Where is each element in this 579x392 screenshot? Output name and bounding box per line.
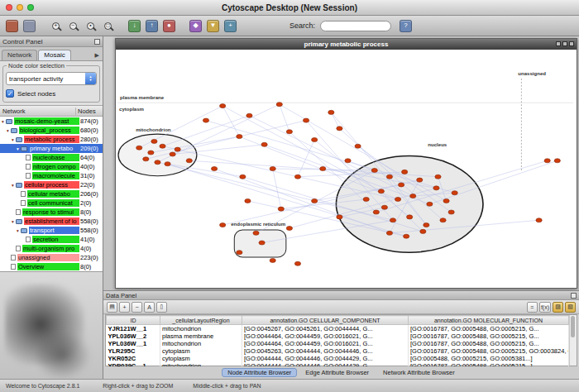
tree-row-multi-organism-pro[interactable]: multi-organism pro4(0) [0, 244, 103, 253]
select-attributes-icon[interactable]: ▤ [107, 302, 117, 313]
network-node[interactable] [220, 104, 226, 108]
filter-icon[interactable]: ▼ [205, 18, 221, 34]
column-header-annotation-go-cellular-component[interactable]: annotation.GO CELLULAR_COMPONENT [242, 316, 409, 325]
network-node[interactable] [386, 231, 392, 235]
network-node[interactable] [186, 159, 192, 163]
tree-row-response-to-stimul[interactable]: response to stimul8(0) [0, 208, 103, 217]
network-node[interactable] [175, 147, 180, 151]
network-node[interactable] [381, 205, 387, 209]
table-cell[interactable]: mitochondrion [160, 325, 242, 333]
delete-attribute-icon[interactable]: − [132, 302, 142, 313]
plugin-manager-icon[interactable]: + [223, 18, 238, 34]
network-node[interactable] [259, 241, 265, 245]
network-node[interactable] [220, 223, 226, 227]
network-node[interactable] [373, 210, 379, 214]
close-view-icon[interactable] [569, 41, 574, 46]
network-node[interactable] [237, 251, 242, 255]
disclosure-triangle-icon[interactable]: ▾ [0, 119, 6, 124]
network-node[interactable] [452, 191, 457, 195]
tree-row-cell-communicat[interactable]: cell communicat2(0) [0, 198, 103, 208]
tab-node-attribute-browser[interactable]: Node Attribute Browser [222, 368, 297, 377]
table-cell[interactable]: YKR052C [107, 355, 160, 362]
table-scrollbar[interactable] [569, 315, 577, 366]
network-canvas[interactable]: plasma membranecytoplasmmitochondrionnuc… [116, 50, 577, 288]
float-panel-icon[interactable] [94, 39, 100, 45]
network-node[interactable] [143, 157, 149, 161]
network-node[interactable] [270, 166, 275, 170]
table-cell[interactable]: YPL036W__1 [107, 340, 160, 347]
table-cell[interactable]: [GO:0016787, GO:0005488, GO:0005215, G..… [409, 325, 569, 333]
vizmapper-icon[interactable]: ◆ [188, 18, 203, 34]
network-node[interactable] [345, 159, 351, 163]
zoom-out-icon[interactable]: − [65, 18, 81, 34]
birdseye-view[interactable] [0, 271, 103, 379]
table-cell[interactable]: YLR295C [107, 347, 160, 355]
column-header-cellularlayoutregion[interactable]: _cellularLayoutRegion [160, 316, 242, 325]
tree-row-macromolecule[interactable]: macromolecule31(0) [0, 171, 103, 180]
tree-row-nitrogen-compo[interactable]: nitrogen compo40(0) [0, 162, 103, 171]
maximize-view-icon[interactable] [562, 41, 567, 46]
network-node[interactable] [286, 226, 292, 230]
column-header-annotation-go-molecular-function[interactable]: annotation.GO MOLECULAR_FUNCTION [409, 316, 569, 325]
network-node[interactable] [253, 231, 259, 235]
network-node[interactable] [371, 168, 377, 172]
table-cell[interactable]: plasma membrane [160, 332, 242, 340]
tab-network-attribute-browser[interactable]: Network Attribute Browser [377, 368, 461, 377]
tree-row-unassigned[interactable]: unassigned223(0) [0, 253, 103, 262]
network-node[interactable] [294, 261, 300, 265]
table-cell[interactable]: [GO:0044444, GO:0044446, GO:0044429, G..… [242, 355, 409, 362]
network-node[interactable] [245, 198, 251, 203]
tree-row-mosaic-demo-yeast[interactable]: ▾mosaic-demo-yeast874(0) [0, 117, 103, 126]
table-cell[interactable]: cytoplasm [160, 347, 242, 355]
table-scrollbar-thumb[interactable] [571, 316, 575, 337]
network-node[interactable] [286, 130, 292, 134]
network-node[interactable] [404, 234, 409, 238]
network-node[interactable] [398, 183, 404, 187]
network-node[interactable] [554, 159, 560, 163]
network-node[interactable] [328, 110, 334, 114]
minimize-window-icon[interactable] [17, 4, 23, 11]
network-node[interactable] [246, 113, 252, 117]
table-row-ylr295c[interactable]: YLR295Ccytoplasm[GO:0045263, GO:0044444,… [107, 347, 569, 355]
tree-row-establishment-of-lo[interactable]: ▾establishment of lo558(0) [0, 217, 103, 226]
disclosure-triangle-icon[interactable]: ▾ [15, 146, 21, 151]
tree-row-overview[interactable]: Overview8(0) [0, 262, 103, 271]
float-data-panel-icon[interactable] [571, 293, 577, 299]
tab-mosaic[interactable]: Mosaic [38, 50, 70, 60]
table-cell[interactable]: [GO:0016787, GO:0005488, GO:0005215, G..… [409, 332, 569, 340]
table-cell[interactable]: YPL036W__2 [107, 332, 160, 340]
table-cell[interactable]: [GO:0044464, GO:0044459, GO:0016021, G..… [242, 332, 409, 340]
network-node[interactable] [312, 198, 318, 203]
network-node[interactable] [363, 197, 369, 201]
tree-row-secretion[interactable]: secretion41(0) [0, 235, 103, 244]
network-node[interactable] [407, 215, 413, 219]
network-graph[interactable]: plasma membranecytoplasmmitochondrionnuc… [116, 50, 577, 288]
column-header-network[interactable]: Network [0, 108, 76, 115]
network-node[interactable] [402, 170, 408, 174]
network-node[interactable] [337, 215, 342, 219]
table-row-ykr052c[interactable]: YKR052Ccytoplasm[GO:0044444, GO:0044446,… [107, 355, 569, 362]
tree-row-cellular-process[interactable]: ▾cellular process22(0) [0, 180, 103, 189]
network-node[interactable] [410, 194, 416, 198]
rename-attribute-icon[interactable]: A [144, 302, 155, 313]
disclosure-triangle-icon[interactable]: ▾ [10, 183, 16, 188]
network-node[interactable] [170, 152, 175, 156]
zoom-selected-icon[interactable]: ▪ [83, 18, 98, 34]
zoom-in-icon[interactable]: + [48, 18, 64, 34]
network-node[interactable] [237, 135, 242, 139]
search-input[interactable] [320, 21, 391, 31]
table-cell[interactable]: [GO:0016787, GO:0005488, GO:0005215, G..… [409, 340, 569, 347]
table-cell[interactable]: [GO:0044464, GO:0044459, GO:0016021, G..… [242, 340, 409, 347]
delete-row-icon[interactable]: ▯ [156, 302, 167, 313]
disclosure-triangle-icon[interactable]: ▾ [10, 219, 16, 224]
select-nodes-checkbox[interactable]: ✓ [6, 89, 14, 98]
network-node[interactable] [261, 142, 267, 146]
network-node[interactable] [440, 218, 446, 222]
tab-network[interactable]: Network [2, 50, 37, 60]
network-node[interactable] [378, 189, 384, 194]
network-node[interactable] [423, 223, 429, 227]
export-graphics-icon[interactable]: ↑ [144, 18, 160, 34]
tree-row-nucleobase[interactable]: nucleobase64(0) [0, 153, 103, 162]
network-node[interactable] [276, 103, 282, 107]
table-cell[interactable]: mitochondrion [160, 340, 242, 347]
